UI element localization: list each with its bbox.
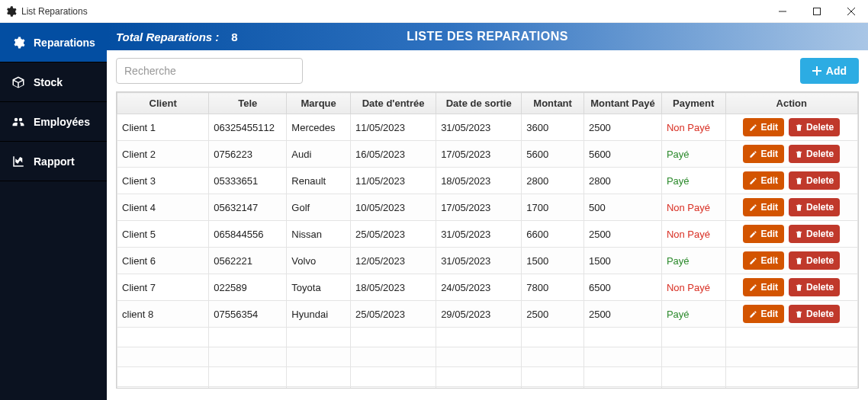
chart-icon [11,155,26,168]
pencil-icon [749,283,757,292]
toolbar: Add [107,50,868,91]
table-row-empty [117,367,858,387]
pencil-icon [749,257,757,265]
edit-button[interactable]: Edit [743,198,784,216]
table-row[interactable]: Client 20756223Audi16/05/202317/05/20235… [117,141,858,168]
table-row[interactable]: client 807556354Hyundai25/05/202329/05/2… [117,301,858,328]
cell-montant: 7800 [522,274,584,301]
sidebar-item-employées[interactable]: Employées [0,102,107,142]
search-input[interactable] [116,58,303,84]
table-row[interactable]: Client 7022589Toyota18/05/202324/05/2023… [117,274,858,301]
reparations-table: ClientTeleMarqueDate d'entréeDate de sor… [117,92,858,389]
cell-client: Client 4 [117,194,209,221]
edit-label: Edit [760,229,778,239]
table-row[interactable]: Client 305333651Renault11/05/202318/05/2… [117,168,858,194]
pencil-icon [749,123,757,132]
edit-button[interactable]: Edit [743,278,784,296]
minimize-button[interactable] [765,0,799,23]
pencil-icon [749,310,757,318]
edit-button[interactable]: Edit [743,305,784,323]
edit-button[interactable]: Edit [743,145,784,163]
window-titlebar: List Reparations [0,0,868,23]
cell-client: Client 3 [117,168,209,194]
table-row[interactable]: Client 5065844556Nissan25/05/202331/05/2… [117,221,858,248]
delete-button[interactable]: Delete [789,145,840,163]
edit-label: Edit [760,122,778,133]
cell-sortie: 31/05/2023 [436,221,522,248]
cell-tele: 05632147 [209,194,287,221]
cell-montant-paye: 6500 [583,274,661,301]
delete-button[interactable]: Delete [789,118,840,136]
edit-button[interactable]: Edit [743,171,784,190]
cell-montant: 2800 [522,168,584,194]
trash-icon [795,123,803,132]
payment-status: Non Payé [667,282,710,293]
cell-payment: Payé [661,301,725,328]
payment-status: Payé [667,149,690,160]
cell-montant-paye: 2500 [583,114,661,141]
cell-entree: 16/05/2023 [350,141,436,168]
column-header[interactable]: Date d'entrée [350,93,436,114]
table-row-empty [117,328,858,347]
cell-action: EditDelete [725,141,857,168]
payment-status: Payé [667,175,690,187]
pencil-icon [749,177,757,185]
table-row[interactable]: Client 405632147Golf10/05/202317/05/2023… [117,194,858,221]
edit-button[interactable]: Edit [743,225,784,243]
delete-button[interactable]: Delete [789,171,840,190]
add-button[interactable]: Add [800,58,859,84]
cell-sortie: 17/05/2023 [436,194,522,221]
column-header[interactable]: Tele [209,93,287,114]
column-header[interactable]: Marque [287,93,351,114]
cell-entree: 25/05/2023 [350,301,436,328]
column-header[interactable]: Action [725,93,857,114]
edit-button[interactable]: Edit [743,251,784,270]
svg-rect-1 [813,8,820,14]
trash-icon [795,283,803,292]
cell-payment: Non Payé [661,114,725,141]
delete-button[interactable]: Delete [789,305,840,323]
cell-action: EditDelete [725,114,857,141]
sidebar-item-stock[interactable]: Stock [0,62,107,102]
edit-button[interactable]: Edit [743,118,784,136]
delete-button[interactable]: Delete [789,251,840,270]
payment-status: Non Payé [667,229,710,240]
edit-label: Edit [760,149,778,159]
cell-montant-paye: 5600 [583,141,661,168]
close-button[interactable] [834,0,868,23]
cell-marque: Renault [287,168,351,194]
column-header[interactable]: Montant [522,93,584,114]
cell-entree: 18/05/2023 [350,274,436,301]
cell-marque: Nissan [287,221,351,248]
cell-montant: 2500 [522,301,584,328]
table-container[interactable]: ClientTeleMarqueDate d'entréeDate de sor… [116,91,859,389]
payment-status: Payé [667,309,690,320]
cell-tele: 06325455112 [209,114,287,141]
cell-client: Client 7 [117,274,209,301]
maximize-button[interactable] [799,0,834,23]
cell-action: EditDelete [725,168,857,194]
delete-label: Delete [806,175,834,186]
delete-button[interactable]: Delete [789,198,840,216]
sidebar-item-reparations[interactable]: Reparations [0,23,107,62]
cell-montant: 5600 [522,141,584,168]
delete-button[interactable]: Delete [789,225,840,243]
sidebar-item-rapport[interactable]: Rapport [0,142,107,181]
cell-sortie: 17/05/2023 [436,141,522,168]
cell-client: client 8 [117,301,209,328]
delete-button[interactable]: Delete [789,278,840,296]
trash-icon [795,257,803,265]
column-header[interactable]: Payment [661,93,725,114]
delete-label: Delete [806,255,834,266]
table-row[interactable]: Client 60562221Volvo12/05/202331/05/2023… [117,248,858,274]
window-title: List Reparations [21,6,88,17]
cell-entree: 25/05/2023 [350,221,436,248]
column-header[interactable]: Client [117,93,209,114]
cell-action: EditDelete [725,274,857,301]
delete-label: Delete [806,282,834,293]
column-header[interactable]: Montant Payé [583,93,661,114]
table-row[interactable]: Client 106325455112Mercedes11/05/202331/… [117,114,858,141]
column-header[interactable]: Date de sortie [436,93,522,114]
table-row-empty [117,387,858,389]
app-icon [5,5,17,18]
